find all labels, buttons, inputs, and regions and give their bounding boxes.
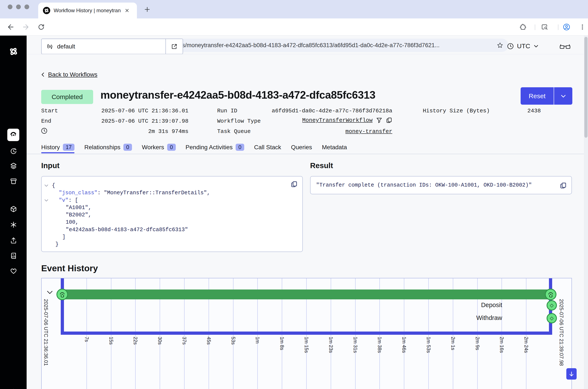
tab-search-icon[interactable] — [541, 24, 548, 31]
window-zoom-button[interactable] — [25, 4, 29, 9]
withdraw-event-marker[interactable]: ◇ — [547, 313, 557, 323]
run-id-label: Run ID — [217, 108, 237, 114]
reset-button[interactable]: Reset — [521, 87, 554, 105]
timezone-selector[interactable]: UTC — [507, 42, 539, 50]
end-label: End — [41, 118, 51, 124]
tab-metadata[interactable]: Metadata — [322, 144, 347, 152]
tab-relationships[interactable]: Relationships0 — [84, 144, 132, 152]
copy-result-button[interactable] — [560, 182, 567, 189]
timeline-expand-chevron-icon[interactable] — [46, 290, 53, 295]
task-queue-link[interactable]: money-transfer — [346, 128, 392, 135]
tab-queries[interactable]: Queries — [291, 144, 312, 152]
chevron-left-icon — [40, 72, 46, 77]
sidebar-item-deployments[interactable] — [10, 205, 17, 213]
json-line: "A1001", — [66, 205, 91, 211]
json-line: "B2002", — [66, 212, 91, 218]
workflow-execution-bar[interactable] — [62, 290, 551, 299]
x-axis-tick-label: 1m — [254, 337, 260, 344]
status-badge: Completed — [41, 90, 93, 104]
diamond-icon: ◇ — [550, 303, 554, 308]
tab-count-badge: 0 — [236, 144, 244, 151]
x-axis-tick-label: 1m 31s — [352, 337, 358, 353]
browser-menu-icon[interactable] — [579, 24, 586, 31]
temporal-logo-icon[interactable] — [9, 47, 18, 56]
bookmark-star-icon[interactable] — [497, 42, 503, 48]
new-tab-button[interactable] — [144, 6, 150, 12]
x-axis-tick-label: 37s — [181, 337, 187, 345]
tab-call-stack[interactable]: Call Stack — [254, 144, 281, 152]
sidebar-item-schedules[interactable] — [10, 147, 17, 155]
sidebar-item-namespaces[interactable] — [10, 162, 17, 170]
detail-tabs: History17Relationships0Workers0Pending A… — [41, 144, 347, 152]
x-axis-tick-label: 2m 24s — [523, 337, 529, 353]
timeline-bottom-axis-bar — [61, 331, 552, 335]
window-scrollbar-thumb[interactable] — [584, 37, 588, 138]
scroll-to-bottom-button[interactable] — [566, 368, 577, 380]
sidebar-item-workflows[interactable] — [7, 129, 19, 141]
window-close-button[interactable] — [8, 4, 12, 9]
start-value: 2025-07-06 UTC 21:36:36.01 — [71, 108, 188, 114]
duration-clock-icon — [41, 127, 48, 134]
sidebar-item-archive[interactable] — [10, 178, 17, 185]
workflow-end-marker[interactable] — [545, 289, 556, 300]
tab-pending-activities[interactable]: Pending Activities0 — [186, 144, 244, 152]
x-axis-tick-label: 2m 1s — [450, 337, 456, 350]
x-axis-tick-label: 1m 53s — [425, 337, 431, 353]
tab-count-badge: 0 — [167, 144, 176, 151]
deposit-event-marker[interactable]: ◇ — [547, 300, 557, 311]
temporal-favicon-icon — [43, 7, 50, 14]
x-axis-tick-label: 1m 23s — [328, 337, 334, 353]
tab-close-icon[interactable] — [124, 8, 130, 13]
reload-button[interactable] — [38, 24, 45, 31]
theme-toggle-sun-icon[interactable] — [10, 388, 17, 389]
copy-input-button[interactable] — [291, 181, 298, 188]
x-axis-tick-label: 22s — [132, 337, 138, 345]
sidebar-item-feedback[interactable] — [10, 267, 17, 275]
x-axis-tick-label: 2m 9s — [475, 337, 480, 350]
history-size-value: 2438 — [491, 108, 541, 114]
copy-icon[interactable] — [386, 117, 392, 124]
sidebar-item-nexus[interactable] — [10, 221, 17, 228]
tab-count-badge: 0 — [123, 144, 132, 151]
result-box: "Transfer complete (transaction IDs: OKW… — [310, 176, 572, 194]
profile-avatar[interactable] — [563, 23, 570, 31]
filter-icon[interactable] — [376, 117, 382, 124]
x-axis-tick-label: 45s — [206, 337, 211, 345]
namespace-selector[interactable]: default — [41, 39, 166, 54]
tab-label: Metadata — [322, 144, 347, 151]
json-collapse-icon[interactable] — [44, 199, 48, 202]
back-to-workflows-link[interactable]: Back to Workflows — [40, 71, 98, 78]
start-label: Start — [41, 108, 58, 114]
event-history-heading: Event History — [41, 263, 98, 273]
task-queue-label: Task Queue — [217, 128, 251, 135]
namespace-external-link-button[interactable] — [166, 39, 183, 54]
x-axis-tick-label: 2m 16s — [499, 337, 505, 353]
json-line: "json_class": "MoneyTransfer::TransferDe… — [59, 190, 210, 196]
forward-button[interactable] — [22, 24, 29, 31]
back-button[interactable] — [7, 24, 14, 31]
app-window: Workflow History | moneytran localhost:8… — [0, 0, 588, 389]
tab-workers[interactable]: Workers0 — [142, 144, 176, 152]
x-axis-tick-label: 1m 38s — [377, 337, 382, 353]
history-size-label: History Size (Bytes) — [423, 108, 490, 114]
sidebar-item-docs[interactable] — [10, 252, 17, 260]
tab-label: Queries — [291, 144, 312, 151]
input-json-box: { "json_class": "MoneyTransfer::Transfer… — [41, 176, 303, 252]
result-heading: Result — [310, 161, 333, 170]
diamond-icon: ◇ — [550, 316, 554, 321]
window-minimize-button[interactable] — [16, 4, 21, 9]
timeline-left-axis-bar — [61, 278, 64, 334]
event-label-withdraw: Withdraw — [449, 314, 502, 322]
sidebar-item-import[interactable] — [10, 236, 17, 244]
reset-dropdown-button[interactable] — [554, 87, 572, 105]
workflow-type-link[interactable]: MoneyTransferWorkflow — [302, 117, 373, 124]
browser-tab[interactable]: Workflow History | moneytran — [38, 2, 137, 18]
workflow-start-marker[interactable] — [56, 289, 68, 300]
labs-glasses-icon[interactable] — [559, 43, 571, 51]
tab-history[interactable]: History17 — [41, 144, 74, 152]
x-axis-tick-label: 1m 15s — [304, 337, 309, 353]
json-collapse-icon[interactable] — [44, 184, 48, 187]
tab-label: Pending Activities — [186, 144, 233, 151]
json-line: "e4242aa5-b08d-4183-a472-dfca85fc6313" — [66, 227, 188, 233]
extensions-icon[interactable] — [519, 24, 526, 31]
